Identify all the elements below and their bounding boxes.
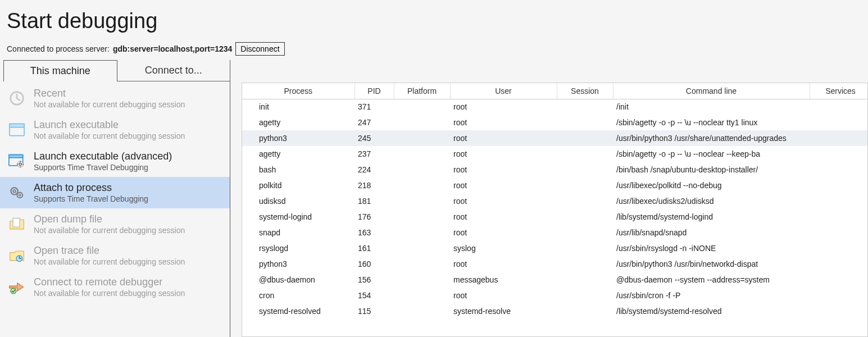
cell-platform bbox=[394, 303, 450, 319]
cell-cmdline: /bin/bash /snap/ubuntu-desktop-installer… bbox=[613, 162, 810, 177]
file-folder-icon bbox=[6, 213, 28, 235]
disconnect-button[interactable]: Disconnect bbox=[235, 42, 284, 56]
action-subtitle: Not available for current debugging sess… bbox=[34, 226, 185, 236]
cell-pid: 115 bbox=[355, 303, 394, 319]
table-row[interactable]: python3160root/usr/bin/python3 /usr/bin/… bbox=[242, 256, 868, 272]
col-platform[interactable]: Platform bbox=[394, 83, 450, 99]
col-user[interactable]: User bbox=[450, 83, 557, 99]
cell-session bbox=[557, 288, 613, 303]
cell-session bbox=[557, 115, 613, 130]
tab-this-machine[interactable]: This machine bbox=[3, 60, 117, 81]
cell-process: snapd bbox=[242, 225, 355, 240]
table-row[interactable]: @dbus-daemon156messagebus@dbus-daemon --… bbox=[242, 272, 868, 288]
action-title: Recent bbox=[34, 87, 185, 100]
cell-cmdline: /sbin/agetty -o -p -- \u --noclear --kee… bbox=[613, 146, 810, 162]
cell-platform bbox=[394, 256, 450, 272]
connection-value: gdb:server=localhost,port=1234 bbox=[113, 44, 232, 53]
cell-cmdline: /lib/systemd/systemd-logind bbox=[613, 209, 810, 225]
cell-user: systemd-resolve bbox=[450, 303, 557, 319]
cell-pid: 176 bbox=[355, 209, 394, 225]
col-cmdline[interactable]: Command line bbox=[613, 83, 810, 99]
col-session[interactable]: Session bbox=[557, 83, 613, 99]
table-row[interactable]: agetty247root/sbin/agetty -o -p -- \u --… bbox=[242, 115, 868, 130]
window-gear-icon bbox=[6, 150, 28, 172]
cell-pid: 245 bbox=[355, 130, 394, 146]
cell-session bbox=[557, 256, 613, 272]
table-row[interactable]: polkitd218root/usr/libexec/polkitd --no-… bbox=[242, 177, 868, 193]
cell-session bbox=[557, 193, 613, 209]
action-title: Attach to process bbox=[34, 181, 148, 194]
table-row[interactable]: rsyslogd161syslog/usr/sbin/rsyslogd -n -… bbox=[242, 240, 868, 256]
cell-cmdline: /usr/bin/python3 /usr/bin/networkd-dispa… bbox=[613, 256, 810, 272]
action-open-dump-file[interactable]: Open dump file Not available for current… bbox=[0, 208, 230, 240]
left-panel: This machine Connect to... Recent Not av… bbox=[0, 60, 230, 337]
page-title: Start debugging bbox=[0, 0, 868, 42]
cell-cmdline: /usr/sbin/cron -f -P bbox=[613, 288, 810, 303]
action-subtitle: Not available for current debugging sess… bbox=[34, 257, 185, 267]
table-row[interactable]: snapd163root/usr/lib/snapd/snapd bbox=[242, 225, 868, 240]
cell-user: root bbox=[450, 115, 557, 130]
action-launch-executable[interactable]: Launch executable Not available for curr… bbox=[0, 114, 230, 145]
cell-services bbox=[810, 130, 868, 146]
table-row[interactable]: python3245root/usr/bin/python3 /usr/shar… bbox=[242, 130, 868, 146]
action-subtitle: Supports Time Travel Debugging bbox=[34, 163, 172, 173]
process-table[interactable]: Process PID Platform User Session Comman… bbox=[242, 83, 868, 337]
table-row[interactable]: systemd-resolved115systemd-resolve/lib/s… bbox=[242, 303, 868, 319]
right-panel: Process PID Platform User Session Comman… bbox=[230, 60, 868, 337]
cell-services bbox=[810, 99, 868, 115]
table-row[interactable]: systemd-logind176root/lib/systemd/system… bbox=[242, 209, 868, 225]
clock-icon bbox=[6, 87, 28, 110]
action-title: Open dump file bbox=[34, 213, 185, 226]
cell-services bbox=[810, 256, 868, 272]
table-row[interactable]: agetty237root/sbin/agetty -o -p -- \u --… bbox=[242, 146, 868, 162]
cell-services bbox=[810, 272, 868, 288]
cell-process: agetty bbox=[242, 146, 355, 162]
action-open-trace-file[interactable]: Open trace file Not available for curren… bbox=[0, 240, 230, 271]
action-attach-to-process[interactable]: Attach to process Supports Time Travel D… bbox=[0, 177, 230, 208]
cell-process: polkitd bbox=[242, 177, 355, 193]
action-connect-remote-debugger[interactable]: Connect to remote debugger Not available… bbox=[0, 271, 230, 303]
cell-cmdline: /usr/bin/python3 /usr/share/unattended-u… bbox=[613, 130, 810, 146]
table-row[interactable]: bash224root/bin/bash /snap/ubuntu-deskto… bbox=[242, 162, 868, 177]
cell-user: root bbox=[450, 209, 557, 225]
svg-rect-15 bbox=[13, 218, 20, 227]
cell-platform bbox=[394, 146, 450, 162]
action-title: Open trace file bbox=[34, 244, 185, 257]
cell-pid: 154 bbox=[355, 288, 394, 303]
tab-connect-to[interactable]: Connect to... bbox=[117, 60, 230, 81]
action-launch-executable-advanced[interactable]: Launch executable (advanced) Supports Ti… bbox=[0, 145, 230, 177]
col-process[interactable]: Process bbox=[242, 83, 355, 99]
cell-process: cron bbox=[242, 288, 355, 303]
cell-pid: 237 bbox=[355, 146, 394, 162]
gears-icon bbox=[6, 181, 28, 204]
cell-session bbox=[557, 99, 613, 115]
cell-services bbox=[810, 193, 868, 209]
cell-pid: 371 bbox=[355, 99, 394, 115]
action-subtitle: Not available for current debugging sess… bbox=[34, 100, 185, 110]
cell-platform bbox=[394, 225, 450, 240]
cell-process: systemd-logind bbox=[242, 209, 355, 225]
table-row[interactable]: udisksd181root/usr/libexec/udisks2/udisk… bbox=[242, 193, 868, 209]
action-subtitle: Not available for current debugging sess… bbox=[34, 289, 185, 299]
cell-pid: 156 bbox=[355, 272, 394, 288]
left-tabs: This machine Connect to... bbox=[0, 60, 230, 81]
svg-point-13 bbox=[17, 193, 22, 198]
action-title: Launch executable bbox=[34, 119, 185, 131]
table-row[interactable]: init371root/init bbox=[242, 99, 868, 115]
cell-platform bbox=[394, 130, 450, 146]
cell-user: root bbox=[450, 146, 557, 162]
cell-user: root bbox=[450, 225, 557, 240]
svg-rect-2 bbox=[10, 124, 24, 127]
cell-pid: 163 bbox=[355, 225, 394, 240]
svg-point-17 bbox=[11, 288, 16, 294]
cell-session bbox=[557, 209, 613, 225]
action-recent[interactable]: Recent Not available for current debuggi… bbox=[0, 83, 230, 114]
col-services[interactable]: Services bbox=[810, 83, 868, 99]
col-pid[interactable]: PID bbox=[355, 83, 394, 99]
cell-services bbox=[810, 146, 868, 162]
cell-cmdline: /init bbox=[613, 99, 810, 115]
table-row[interactable]: cron154root/usr/sbin/cron -f -P bbox=[242, 288, 868, 303]
cell-cmdline: /usr/lib/snapd/snapd bbox=[613, 225, 810, 240]
svg-point-5 bbox=[17, 161, 24, 167]
cell-services bbox=[810, 162, 868, 177]
